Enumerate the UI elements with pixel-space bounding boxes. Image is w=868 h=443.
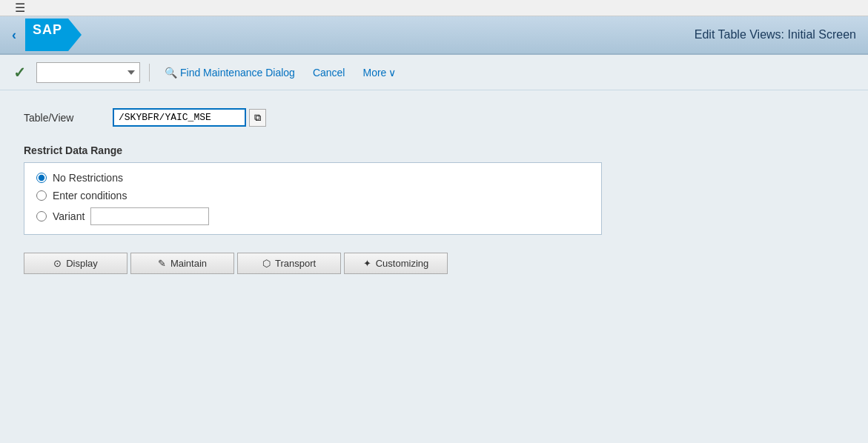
sap-logo-triangle (68, 19, 82, 51)
restrict-data-range-section: Restrict Data Range No Restrictions Ente… (24, 144, 844, 235)
enter-conditions-radio[interactable] (36, 190, 47, 201)
maintain-button[interactable]: ✎ Maintain (130, 253, 234, 274)
cancel-label: Cancel (313, 67, 345, 79)
display-button[interactable]: ⊙ Display (24, 253, 127, 274)
action-buttons-row: ⊙ Display ✎ Maintain ⬡ Transport ✦ Custo… (24, 253, 844, 274)
table-view-label: Table/View (24, 112, 113, 124)
back-button[interactable]: ‹ (12, 27, 16, 43)
toolbar: ✓ 🔍 Find Maintenance Dialog Cancel More … (0, 55, 868, 90)
header-bar: ‹ SAP Edit Table Views: Initial Screen (0, 16, 868, 55)
customizing-button[interactable]: ✦ Customizing (344, 253, 448, 274)
transport-button[interactable]: ⬡ Transport (237, 253, 341, 274)
maintain-label: Maintain (170, 258, 207, 269)
display-label: Display (66, 258, 98, 269)
confirm-button[interactable]: ✓ (9, 62, 30, 83)
search-icon: 🔍 (165, 67, 177, 79)
no-restrictions-radio[interactable] (36, 173, 47, 183)
variant-radio[interactable] (36, 211, 47, 221)
toolbar-dropdown[interactable] (36, 62, 140, 83)
page-title: Edit Table Views: Initial Screen (695, 28, 856, 41)
chevron-down-icon: ∨ (388, 67, 396, 79)
cancel-button[interactable]: Cancel (307, 64, 351, 81)
sap-logo: SAP (25, 19, 68, 51)
table-view-row: Table/View ⧉ (24, 108, 844, 127)
toolbar-divider-1 (149, 64, 150, 81)
sap-logo-wrapper: SAP (25, 19, 82, 51)
enter-conditions-row: Enter conditions (36, 190, 589, 201)
no-restrictions-row: No Restrictions (36, 172, 589, 184)
copy-button[interactable]: ⧉ (249, 109, 266, 127)
hamburger-menu-icon[interactable]: ☰ (15, 1, 25, 15)
main-content: Table/View ⧉ Restrict Data Range No Rest… (0, 90, 868, 292)
customizing-label: Customizing (376, 258, 429, 269)
top-menu-bar: ☰ (0, 0, 868, 16)
more-label: More (362, 67, 386, 79)
transport-label: Transport (275, 258, 316, 269)
display-icon: ⊙ (53, 258, 62, 269)
maintain-icon: ✎ (158, 258, 166, 269)
table-view-input[interactable] (113, 108, 246, 127)
variant-row: Variant (36, 207, 589, 225)
enter-conditions-label: Enter conditions (53, 190, 127, 201)
variant-input[interactable] (90, 207, 209, 225)
customizing-icon: ✦ (363, 258, 371, 269)
find-maintenance-button[interactable]: 🔍 Find Maintenance Dialog (159, 64, 301, 81)
more-button[interactable]: More ∨ (357, 64, 402, 81)
no-restrictions-label: No Restrictions (53, 172, 123, 184)
find-maintenance-label: Find Maintenance Dialog (180, 67, 295, 79)
copy-icon: ⧉ (254, 112, 261, 124)
variant-label: Variant (53, 210, 85, 222)
transport-icon: ⬡ (262, 258, 271, 269)
restrict-section-title: Restrict Data Range (24, 144, 844, 156)
table-view-input-wrapper: ⧉ (113, 108, 266, 127)
restrict-options-box: No Restrictions Enter conditions Variant (24, 162, 602, 235)
